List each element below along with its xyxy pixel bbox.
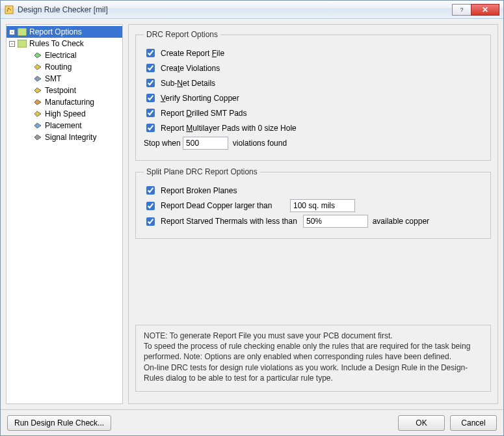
report-icon xyxy=(18,28,27,36)
rules-icon xyxy=(18,40,27,48)
note-text: NOTE: To generate Report File you must s… xyxy=(144,331,483,383)
run-drc-button[interactable]: Run Design Rule Check... xyxy=(7,415,111,431)
category-icon xyxy=(33,75,42,83)
svg-rect-1 xyxy=(18,28,27,36)
stop-when-suffix: violations found xyxy=(233,139,287,148)
tree-item-high-speed[interactable]: High Speed xyxy=(7,108,122,120)
tree-report-options[interactable]: - Report Options xyxy=(7,26,122,38)
tree-label: Rules To Check xyxy=(29,39,84,48)
split-plane-group: Split Plane DRC Report Options Report Br… xyxy=(135,167,491,239)
svg-rect-2 xyxy=(18,40,27,48)
tree-item-testpoint[interactable]: Testpoint xyxy=(7,85,122,96)
category-icon xyxy=(33,51,42,59)
drc-check-1[interactable]: Create Violations xyxy=(144,62,220,74)
stop-when-label: Stop when xyxy=(144,139,181,148)
svg-rect-0 xyxy=(5,6,13,14)
tree-label: Report Options xyxy=(29,27,82,36)
tree-label: Routing xyxy=(45,62,72,72)
category-icon xyxy=(33,98,42,106)
sidebar-tree[interactable]: - Report Options - Rules To Check Electr… xyxy=(6,24,123,404)
dead-copper-input[interactable] xyxy=(290,199,355,212)
stop-when-input[interactable] xyxy=(183,137,228,150)
drc-window: Design Rule Checker [mil] ? ✕ - Report O… xyxy=(0,0,504,436)
tree-rules-to-check[interactable]: - Rules To Check xyxy=(7,38,122,49)
report-starved-thermals-checkbox[interactable]: Report Starved Thermals with less than xyxy=(144,215,303,228)
drc-check-3[interactable]: Verify Shorting Copper xyxy=(144,92,239,104)
drc-check-2[interactable]: Sub-Net Details xyxy=(144,77,215,89)
tree-label: Electrical xyxy=(45,51,77,60)
report-dead-copper-checkbox[interactable]: Report Dead Copper larger than xyxy=(144,200,290,212)
starved-thermals-input[interactable] xyxy=(303,215,368,228)
collapse-icon[interactable]: - xyxy=(9,29,15,35)
group-legend: DRC Report Options xyxy=(144,30,220,39)
group-legend: Split Plane DRC Report Options xyxy=(144,167,260,176)
tree-label: High Speed xyxy=(45,109,86,118)
titlebar: Design Rule Checker [mil] ? ✕ xyxy=(1,1,503,19)
tree-item-smt[interactable]: SMT xyxy=(7,73,122,85)
category-icon xyxy=(33,63,42,71)
tree-label: SMT xyxy=(45,74,61,83)
tree-label: Manufacturing xyxy=(45,98,94,107)
tree-label: Signal Integrity xyxy=(45,133,96,142)
close-button[interactable]: ✕ xyxy=(471,4,499,16)
category-icon xyxy=(33,110,42,118)
tree-label: Testpoint xyxy=(45,86,76,95)
tree-label: Placement xyxy=(45,121,82,130)
drc-report-options-group: DRC Report Options Create Report FileCre… xyxy=(135,30,491,161)
cancel-button[interactable]: Cancel xyxy=(450,415,497,431)
report-broken-planes-checkbox[interactable]: Report Broken Planes xyxy=(144,184,237,197)
drc-check-4[interactable]: Report Drilled SMT Pads xyxy=(144,107,247,119)
tree-item-routing[interactable]: Routing xyxy=(7,61,122,73)
stop-when-row: Stop when violations found xyxy=(144,137,483,150)
footer: Run Design Rule Check... OK Cancel xyxy=(1,409,503,435)
category-icon xyxy=(33,122,42,129)
window-title: Design Rule Checker [mil] xyxy=(18,5,108,14)
ok-button[interactable]: OK xyxy=(398,415,445,431)
tree-item-manufacturing[interactable]: Manufacturing xyxy=(7,96,122,108)
content-panel: DRC Report Options Create Report FileCre… xyxy=(128,24,498,404)
tree-item-electrical[interactable]: Electrical xyxy=(7,49,122,61)
app-icon xyxy=(5,5,14,14)
drc-check-0[interactable]: Create Report File xyxy=(144,47,224,59)
collapse-icon[interactable]: - xyxy=(9,41,15,47)
drc-check-5[interactable]: Report Multilayer Pads with 0 size Hole xyxy=(144,122,297,134)
category-icon xyxy=(33,87,42,94)
help-button[interactable]: ? xyxy=(452,4,471,16)
tree-item-signal-integrity[interactable]: Signal Integrity xyxy=(7,131,122,143)
note-group: NOTE: To generate Report File you must s… xyxy=(135,325,491,392)
starved-suffix: available copper xyxy=(373,217,429,226)
category-icon xyxy=(33,133,42,141)
tree-item-placement[interactable]: Placement xyxy=(7,120,122,131)
